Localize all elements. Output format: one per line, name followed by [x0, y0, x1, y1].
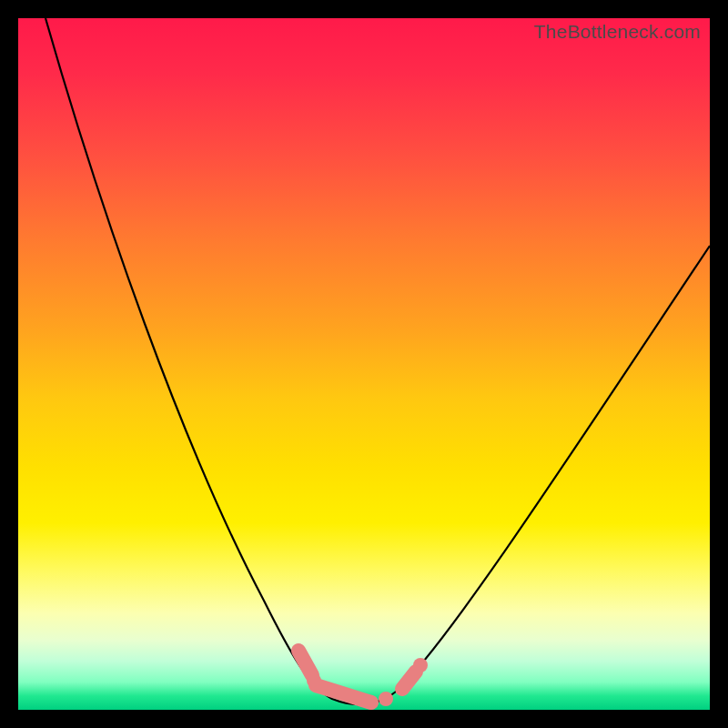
marker-dot-3 — [413, 658, 428, 672]
chart-svg — [18, 18, 710, 710]
marker-segment-right — [402, 672, 416, 689]
marker-segment-bottom — [316, 685, 371, 703]
marker-segment-left — [298, 651, 312, 675]
marker-dot-1 — [307, 673, 321, 688]
chart-plot-area: TheBottleneck.com — [18, 18, 710, 710]
bottleneck-curve — [46, 18, 710, 704]
marker-dot-2 — [379, 692, 393, 706]
